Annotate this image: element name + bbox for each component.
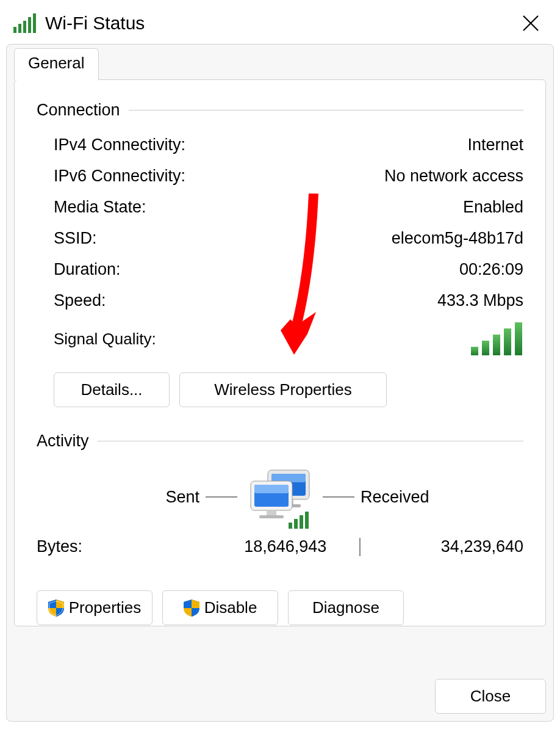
sent-label: Sent (77, 488, 199, 507)
shield-icon (48, 600, 64, 617)
ssid-value: elecom5g-48b17d (392, 229, 523, 248)
titlebar: Wi-Fi Status (0, 0, 560, 44)
media-value: Enabled (463, 198, 523, 217)
svg-rect-3 (28, 17, 31, 33)
activity-transfer-row: Sent (37, 466, 523, 527)
duration-label: Duration: (54, 260, 121, 279)
close-icon[interactable] (508, 11, 554, 35)
ssid-label: SSID: (54, 229, 97, 248)
activity-group-header: Activity (37, 432, 523, 451)
svg-rect-1 (18, 24, 21, 33)
media-label: Media State: (54, 198, 146, 217)
ipv6-label: IPv6 Connectivity: (54, 167, 185, 186)
wifi-signal-icon (13, 13, 37, 33)
svg-rect-12 (504, 328, 511, 355)
tabstrip: General (7, 48, 553, 79)
ipv4-value: Internet (467, 136, 523, 154)
svg-rect-23 (259, 515, 284, 518)
signal-strength-icon (471, 322, 523, 355)
row-ssid: SSID: elecom5g-48b17d (54, 229, 523, 248)
shield-icon (184, 600, 199, 617)
properties-button[interactable]: Properties (37, 590, 153, 625)
row-signal: Signal Quality: (54, 322, 523, 355)
duration-value: 00:26:09 (459, 260, 523, 279)
tab-general[interactable]: General (14, 48, 99, 80)
bytes-label: Bytes: (37, 537, 197, 556)
svg-rect-11 (493, 335, 500, 355)
row-duration: Duration: 00:26:09 (54, 260, 523, 279)
activity-header-label: Activity (37, 432, 89, 451)
connection-header-label: Connection (37, 101, 120, 120)
svg-rect-2 (23, 21, 26, 33)
svg-rect-21 (254, 485, 289, 493)
footer-buttons: Close (435, 679, 546, 714)
svg-rect-10 (482, 341, 489, 355)
disable-button[interactable]: Disable (162, 590, 278, 625)
details-button[interactable]: Details... (54, 372, 170, 407)
svg-rect-27 (305, 512, 309, 529)
svg-rect-4 (33, 13, 36, 33)
diagnose-button[interactable]: Diagnose (288, 590, 404, 625)
bytes-separator (359, 538, 361, 556)
wireless-properties-button[interactable]: Wireless Properties (179, 372, 387, 407)
signal-label: Signal Quality: (54, 330, 156, 349)
ipv4-label: IPv4 Connectivity: (54, 136, 185, 154)
bytes-row: Bytes: 18,646,943 34,239,640 (37, 537, 523, 556)
close-button[interactable]: Close (435, 679, 546, 714)
svg-rect-26 (300, 515, 303, 529)
row-media: Media State: Enabled (54, 198, 523, 217)
activity-buttons: Properties Disable Diagnose (37, 590, 523, 625)
svg-rect-22 (267, 510, 276, 515)
row-ipv6: IPv6 Connectivity: No network access (54, 167, 523, 186)
row-speed: Speed: 433.3 Mbps (54, 291, 523, 310)
svg-rect-25 (294, 519, 298, 529)
connection-group-header: Connection (37, 101, 523, 120)
svg-rect-0 (13, 27, 16, 33)
network-monitors-icon (243, 466, 317, 527)
svg-rect-13 (515, 322, 522, 355)
properties-button-label: Properties (69, 598, 142, 617)
speed-label: Speed: (54, 291, 106, 310)
dialog-frame: General Connection IPv4 Connectivity: In… (6, 44, 554, 722)
window-title: Wi-Fi Status (45, 13, 508, 34)
connection-rows: IPv4 Connectivity: Internet IPv6 Connect… (54, 136, 523, 355)
received-label: Received (361, 488, 483, 507)
disable-button-label: Disable (204, 598, 257, 617)
svg-rect-9 (471, 347, 478, 355)
bytes-received-value: 34,239,640 (363, 537, 523, 556)
svg-rect-24 (289, 523, 292, 529)
row-ipv4: IPv4 Connectivity: Internet (54, 136, 523, 154)
bytes-sent-value: 18,646,943 (197, 537, 357, 556)
speed-value: 433.3 Mbps (437, 291, 523, 310)
ipv6-value: No network access (384, 167, 523, 186)
panel-general: Connection IPv4 Connectivity: Internet I… (14, 79, 546, 626)
connection-buttons: Details... Wireless Properties (54, 372, 523, 407)
